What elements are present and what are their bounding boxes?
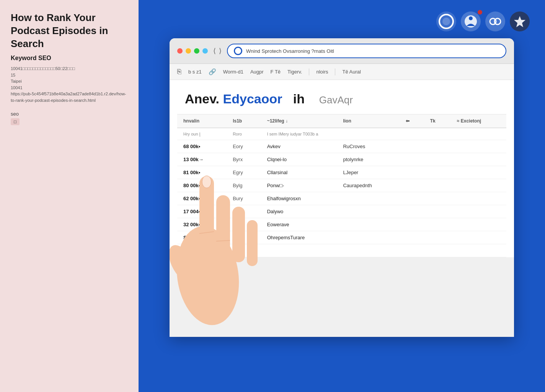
nav-forward-icon[interactable]: ⟩: [219, 47, 222, 55]
rank-cell: [337, 218, 399, 231]
extra1: [400, 140, 424, 153]
keyword-cell: Eory: [227, 140, 261, 153]
toolbar-item-tiger[interactable]: Tigerv.: [287, 69, 302, 75]
extra2: [424, 140, 451, 153]
extra1: [400, 166, 424, 179]
sidebar-tag-box: □: [11, 118, 20, 125]
table-row: 17 004• Rylg Dalywo: [177, 205, 506, 218]
table-row: 81 00k• Egry Cllarsinal LJeper: [177, 166, 506, 179]
extra2: [424, 166, 451, 179]
keyword-cell: Bury: [227, 192, 261, 205]
sidebar-meta: 10041□□□□□□□□□□□□□50□22□□□ 15 Taipei 100…: [11, 65, 128, 103]
svg-point-1: [442, 18, 450, 25]
keyword-cell: [227, 244, 261, 257]
table-body: 68 00k• Eory Avkev RuCroves 13 00k→ Byrx…: [177, 140, 506, 257]
type-cell: OhrepemsTurare: [261, 231, 337, 244]
toolbar-divider-2: [335, 69, 335, 75]
col-hnvalin[interactable]: hnvalin: [177, 114, 227, 128]
traffic-lights: [177, 48, 208, 54]
type-cell: Dalywo: [261, 205, 337, 218]
page-content: Anev. Edycaoor ih GavAqr hnvalin ls1b ~: [170, 80, 514, 257]
col-lion[interactable]: lion: [337, 114, 399, 128]
type-cell: Ehalfowigrosxn: [261, 192, 337, 205]
url-circle-icon: [234, 47, 242, 55]
extra3: [451, 205, 506, 218]
extra3: [451, 166, 506, 179]
browser-icon-2: [461, 11, 481, 31]
extra3: [451, 231, 506, 244]
url-bar[interactable]: Wnind Sprotech Ovsarroning ?rnats Oitl: [227, 44, 506, 58]
extra3: [451, 140, 506, 153]
vol-cell: 32 00k•: [177, 218, 227, 231]
svg-point-3: [469, 16, 473, 20]
toolbar-item-worm[interactable]: Worm-d1: [223, 69, 243, 75]
nav-back-icon[interactable]: ⟨: [213, 47, 216, 55]
traffic-light-yellow[interactable]: [186, 48, 191, 54]
type-cell: [261, 244, 337, 257]
keyword-cell: Byrx: [227, 153, 261, 166]
sidebar-meta-line2: 15: [11, 73, 15, 77]
rank-cell: [337, 205, 399, 218]
extra2: [424, 205, 451, 218]
col-excietonj[interactable]: ≈ Excietonj: [451, 114, 506, 128]
traffic-light-blue[interactable]: [202, 48, 208, 54]
traffic-light-green[interactable]: [194, 48, 199, 54]
extra1: [400, 192, 424, 205]
keyword-cell: Bory: [227, 218, 261, 231]
main-area: ⟨ ⟩ Wnind Sprotech Ovsarroning ?rnats Oi…: [139, 0, 545, 392]
toolbar-item-augpr[interactable]: Augpr: [250, 69, 264, 75]
table-subheader-row: Hry oun I Roro I sem IMery iudyar T003b …: [177, 128, 506, 140]
extra3: [451, 244, 506, 257]
svg-marker-6: [514, 16, 525, 27]
toolbar-divider: [309, 69, 309, 75]
type-cell: Ponw□-: [261, 179, 337, 192]
vol-cell: 62 00k•: [177, 192, 227, 205]
sidebar-tag-label: seo □: [11, 111, 128, 125]
sidebar-meta-line1: 10041□□□□□□□□□□□□□50□22□□□: [11, 66, 75, 71]
extra2: [424, 153, 451, 166]
rank-cell: ptolynrke: [337, 153, 399, 166]
toolbar-item-1[interactable]: b s z1: [188, 69, 202, 75]
url-text: Wnind Sprotech Ovsarroning ?rnats Oitl: [246, 48, 334, 54]
vol-cell: 68 00k•: [177, 140, 227, 153]
rank-cell: LJeper: [337, 166, 399, 179]
col-tk[interactable]: Tk: [424, 114, 451, 128]
col-lstb[interactable]: ls1b: [227, 114, 261, 128]
browser-icon-4: [510, 11, 530, 31]
toolbar-item-2[interactable]: 🔗: [209, 68, 216, 75]
table-row: S0 00k• Nilly OhrepemsTurare: [177, 231, 506, 244]
table-row: 80 00k• Bylg Ponw□- Caurapednth: [177, 179, 506, 192]
type-cell: Clqnei-lo: [261, 153, 337, 166]
extra3: [451, 153, 506, 166]
table-header-row: hnvalin ls1b ~12lifeg ↓ lion ⬅ Tk ≈ Exci…: [177, 114, 506, 128]
toolbar-item-0[interactable]: ⎘: [177, 68, 181, 76]
browser-icons: [436, 11, 530, 31]
toolbar-item-te[interactable]: F Tē: [271, 69, 281, 75]
toolbar-item-nloirs[interactable]: nloirs: [316, 69, 328, 75]
extra3: [451, 192, 506, 205]
subheader-desc: I sem IMery iudyar T003b a: [261, 128, 506, 140]
vol-cell: S0 00k•: [177, 231, 227, 244]
col-lifeg[interactable]: ~12lifeg ↓: [261, 114, 337, 128]
sidebar-meta-line3: Taipei: [11, 79, 22, 83]
rank-cell: [337, 192, 399, 205]
sidebar-meta-line4: 10041: [11, 85, 23, 90]
vol-cell: 80 00k•: [177, 179, 227, 192]
table-row: 13 00k→ Byrx Clqnei-lo ptolynrke: [177, 153, 506, 166]
browser-icon-2-wrap: [461, 11, 481, 31]
keyword-cell: Rylg: [227, 205, 261, 218]
table-row: 8E 00k•: [177, 244, 506, 257]
extra2: [424, 231, 451, 244]
keyword-cell: Egry: [227, 166, 261, 179]
type-cell: Avkev: [261, 140, 337, 153]
page-heading-blue: Edycaoor: [223, 91, 282, 106]
page-heading-normal: Anev.: [185, 91, 219, 106]
sidebar-meta-url: https://pub-5c454f571b8e40a3a2ad27ade84d…: [11, 91, 126, 103]
traffic-light-red[interactable]: [177, 48, 183, 54]
toolbar-item-aural[interactable]: Tē Aural: [342, 69, 361, 75]
data-table-container: hnvalin ls1b ~12lifeg ↓ lion ⬅ Tk ≈ Exci…: [170, 114, 514, 257]
subheader-hry: Hry oun I: [177, 128, 227, 140]
extra2: [424, 218, 451, 231]
extra1: [400, 231, 424, 244]
vol-cell: 17 004•: [177, 205, 227, 218]
